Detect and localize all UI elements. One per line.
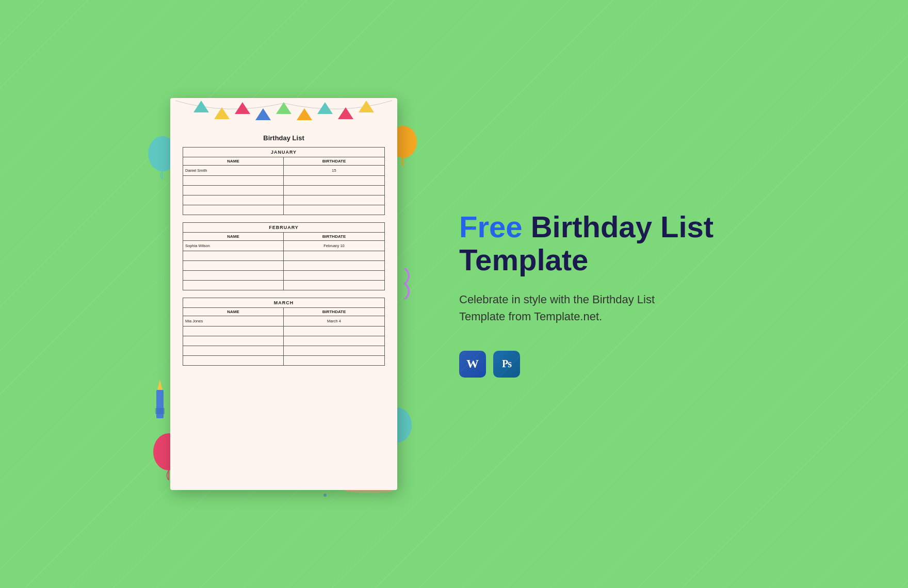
mar-date-3 — [284, 336, 384, 346]
january-row-1: Daniel Smith 15 — [183, 166, 384, 176]
mar-name-2 — [183, 326, 284, 336]
feb-name-2 — [183, 251, 284, 260]
january-row-5 — [183, 205, 384, 215]
mar-date-4 — [284, 346, 384, 355]
jan-date-3 — [284, 186, 384, 195]
february-header: FEBRUARY — [183, 223, 384, 233]
jan-date-2 — [284, 176, 384, 185]
feb-date-1: February 10 — [284, 241, 384, 251]
headline-free: Free — [459, 210, 523, 243]
march-name-col: NAME — [183, 308, 284, 316]
svg-marker-39 — [317, 102, 333, 114]
march-birthdate-col: BIRTHDATE — [284, 308, 384, 316]
february-row-5 — [183, 281, 384, 290]
mar-name-4 — [183, 346, 284, 355]
mar-name-1: Mia Jones — [183, 316, 284, 326]
ps-icon-label: Ps — [502, 358, 511, 370]
doc-title: Birthday List — [183, 134, 385, 142]
march-row-3 — [183, 336, 384, 346]
mar-name-5 — [183, 356, 284, 365]
svg-point-32 — [323, 494, 327, 497]
description: Celebrate in style with the Birthday Lis… — [459, 291, 696, 325]
document-wrapper: Birthday List JANUARY NAME BIRTHDATE Dan… — [160, 72, 408, 516]
mar-date-2 — [284, 326, 384, 336]
march-row-5 — [183, 356, 384, 365]
jan-date-4 — [284, 195, 384, 205]
birthday-list-document: Birthday List JANUARY NAME BIRTHDATE Dan… — [170, 98, 397, 490]
february-row-3 — [183, 261, 384, 271]
february-row-4 — [183, 271, 384, 281]
jan-name-3 — [183, 186, 284, 195]
march-col-headers: NAME BIRTHDATE — [183, 308, 384, 316]
january-header: JANUARY — [183, 148, 384, 157]
feb-name-3 — [183, 261, 284, 270]
svg-marker-33 — [193, 101, 209, 112]
february-row-1: Sophia Wilson February 10 — [183, 241, 384, 251]
feb-date-3 — [284, 261, 384, 270]
svg-marker-38 — [297, 108, 312, 120]
jan-name-2 — [183, 176, 284, 185]
march-row-4 — [183, 346, 384, 356]
january-name-col: NAME — [183, 157, 284, 165]
january-row-2 — [183, 176, 384, 186]
word-icon-label: W — [466, 357, 479, 371]
svg-marker-41 — [359, 101, 374, 112]
january-row-3 — [183, 186, 384, 195]
mar-date-1: March 4 — [284, 316, 384, 326]
mar-name-3 — [183, 336, 284, 346]
candle-blue — [152, 380, 168, 423]
feb-date-5 — [284, 281, 384, 290]
jan-name-5 — [183, 205, 284, 215]
headline: Free Birthday List Template — [459, 210, 748, 276]
march-header: MARCH — [183, 298, 384, 308]
february-birthdate-col: BIRTHDATE — [284, 233, 384, 240]
february-row-2 — [183, 251, 384, 261]
march-section: MARCH NAME BIRTHDATE Mia Jones March 4 — [183, 298, 385, 366]
january-section: JANUARY NAME BIRTHDATE Daniel Smith 15 — [183, 147, 385, 215]
svg-marker-36 — [255, 108, 271, 120]
feb-name-4 — [183, 271, 284, 280]
purple-ribbon — [402, 268, 418, 301]
svg-marker-35 — [235, 102, 250, 114]
bunting-decoration — [170, 98, 397, 126]
app-icons-row: W Ps — [459, 351, 748, 378]
february-col-headers: NAME BIRTHDATE — [183, 233, 384, 241]
feb-date-4 — [284, 271, 384, 280]
jan-name-4 — [183, 195, 284, 205]
january-birthdate-col: BIRTHDATE — [284, 157, 384, 165]
svg-marker-37 — [276, 102, 291, 114]
jan-date-1: 15 — [284, 166, 384, 175]
jan-name-1: Daniel Smith — [183, 166, 284, 175]
jan-date-5 — [284, 205, 384, 215]
svg-rect-10 — [155, 408, 165, 414]
march-row-2 — [183, 326, 384, 336]
january-col-headers: NAME BIRTHDATE — [183, 157, 384, 166]
photoshop-app-icon: Ps — [493, 351, 520, 378]
march-row-1: Mia Jones March 4 — [183, 316, 384, 326]
january-row-4 — [183, 195, 384, 205]
main-container: Birthday List JANUARY NAME BIRTHDATE Dan… — [0, 0, 908, 588]
feb-name-5 — [183, 281, 284, 290]
word-app-icon: W — [459, 351, 486, 378]
mar-date-5 — [284, 356, 384, 365]
february-section: FEBRUARY NAME BIRTHDATE Sophia Wilson Fe… — [183, 222, 385, 290]
feb-date-2 — [284, 251, 384, 260]
feb-name-1: Sophia Wilson — [183, 241, 284, 251]
right-content: Free Birthday List Template Celebrate in… — [449, 210, 748, 378]
svg-marker-9 — [157, 380, 163, 390]
february-name-col: NAME — [183, 233, 284, 240]
